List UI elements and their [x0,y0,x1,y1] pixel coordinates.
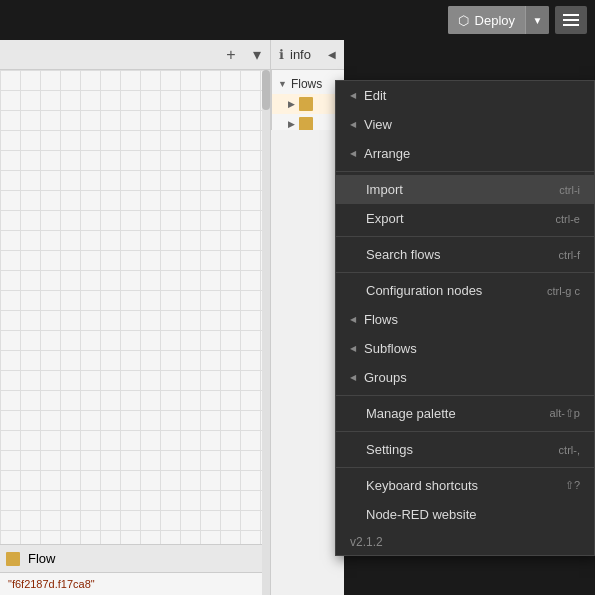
menu-separator [336,467,594,468]
flow-tab-label[interactable]: Flow [28,551,55,566]
flow2-expand-icon: ▶ [288,119,295,129]
menu-item-label: Configuration nodes [366,283,547,298]
flows-expand-icon: ▼ [278,79,287,89]
sidebar-title: info [290,47,311,62]
menu-item-label: Search flows [366,247,559,262]
menu-item-keyboard-shortcuts[interactable]: Keyboard shortcuts⇧? [336,471,594,500]
flow1-expand-icon: ▶ [288,99,295,109]
menu-item-label: Node-RED website [366,507,580,522]
flows-section: ▼ Flows ▶ ▶ ▶ Subflows ▶ Global [272,70,344,130]
menu-item-label: Edit [364,88,580,103]
menu-separator [336,431,594,432]
bottom-panel-content: "f6f2187d.f17ca8" [0,573,262,595]
chevron-down-icon: ▾ [253,45,261,64]
menu-item-shortcut: ⇧? [565,479,580,492]
flows-tree-panel: ▼ Flows ▶ ▶ ▶ Subflows ▶ Global [271,70,344,130]
menu-item-label: Settings [366,442,559,457]
info-icon: ℹ [279,47,284,62]
menu-item-arrange[interactable]: Arrange [336,139,594,168]
menu-item-import[interactable]: Importctrl-i [336,175,594,204]
menu-item-manage-palette[interactable]: Manage palettealt-⇧p [336,399,594,428]
flow-tree-item-1[interactable]: ▶ [272,94,344,114]
sidebar-info-panel: ℹ info ◀ ▼ Flows ▶ ▶ ▶ [270,40,344,595]
menu-item-shortcut: ctrl-, [559,444,580,456]
deploy-button[interactable]: ⬡ Deploy ▼ [448,6,549,34]
add-tab-button[interactable]: + [218,42,244,68]
menu-item-label: Arrange [364,146,580,161]
plus-icon: + [226,46,235,64]
menu-item-label: Export [366,211,556,226]
deploy-dropdown-arrow[interactable]: ▼ [525,6,549,34]
flow-node-icon [6,552,20,566]
menu-item-label: View [364,117,580,132]
menu-item-groups[interactable]: Groups [336,363,594,392]
flow-tree-item-2[interactable]: ▶ [272,114,344,130]
flow-canvas[interactable] [0,70,270,595]
menu-item-export[interactable]: Exportctrl-e [336,204,594,233]
deploy-label: Deploy [475,13,515,28]
menu-item-subflows[interactable]: Subflows [336,334,594,363]
sidebar-collapse-button[interactable]: ◀ [328,49,336,60]
bottom-info-panel: Flow "f6f2187d.f17ca8" [0,544,262,595]
menu-item-label: Subflows [364,341,580,356]
menu-item-label: Import [366,182,559,197]
menu-item-settings[interactable]: Settingsctrl-, [336,435,594,464]
top-bar: ⬡ Deploy ▼ [0,0,595,40]
tab-dropdown-button[interactable]: ▾ [244,42,270,68]
menu-item-shortcut: ctrl-i [559,184,580,196]
menu-separator [336,171,594,172]
canvas-scrollbar[interactable] [262,70,270,595]
flow2-icon [299,117,313,130]
flows-section-header[interactable]: ▼ Flows [272,74,344,94]
menu-item-edit[interactable]: Edit [336,81,594,110]
menu-item-label: Groups [364,370,580,385]
hamburger-dropdown-menu: EditViewArrangeImportctrl-iExportctrl-eS… [335,80,595,556]
flow1-icon [299,97,313,111]
sidebar-header: ℹ info ◀ [271,40,344,70]
menu-item-flows[interactable]: Flows [336,305,594,334]
menu-item-configuration-nodes[interactable]: Configuration nodesctrl-g c [336,276,594,305]
canvas-area: + ▾ Flow "f6f2187d.f17ca8" [0,40,270,595]
menu-separator [336,272,594,273]
menu-item-search-flows[interactable]: Search flowsctrl-f [336,240,594,269]
hamburger-icon [563,14,579,26]
menu-item-label: Manage palette [366,406,550,421]
hamburger-menu-button[interactable] [555,6,587,34]
menu-item-shortcut: ctrl-g c [547,285,580,297]
menu-item-node-red-website[interactable]: Node-RED website [336,500,594,529]
menu-item-shortcut: ctrl-f [559,249,580,261]
flows-label: Flows [291,77,322,91]
main-area: + ▾ Flow "f6f2187d.f17ca8" ℹ info [0,40,595,595]
menu-item-label: Keyboard shortcuts [366,478,565,493]
menu-item-shortcut: ctrl-e [556,213,580,225]
menu-separator [336,395,594,396]
menu-item-view[interactable]: View [336,110,594,139]
chevron-down-icon: ▼ [533,15,543,26]
menu-version: v2.1.2 [336,529,594,555]
flow-id-value: "f6f2187d.f17ca8" [8,578,95,590]
menu-item-shortcut: alt-⇧p [550,407,580,420]
menu-item-label: Flows [364,312,580,327]
canvas-tabs: + ▾ [0,40,270,70]
bottom-panel-tabs: Flow [0,545,262,573]
deploy-icon: ⬡ [458,13,469,28]
scrollbar-thumb [262,70,270,110]
menu-separator [336,236,594,237]
